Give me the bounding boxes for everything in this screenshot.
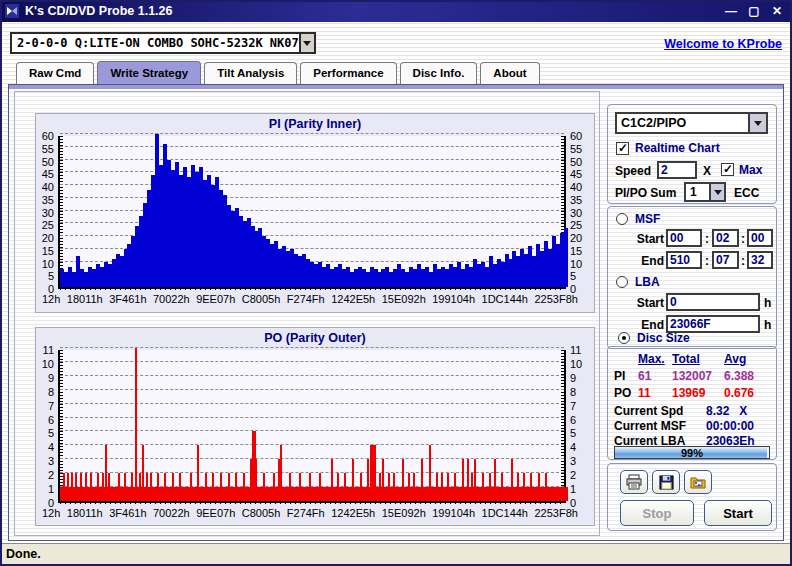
msf-end-sec-input[interactable]: 07 (712, 251, 739, 269)
tab-performance[interactable]: Performance (300, 62, 396, 84)
pi-chart-title: PI (Parity Inner) (36, 117, 594, 131)
pipo-sum-combobox[interactable]: 1 (684, 182, 726, 202)
pi-max-value: 61 (638, 369, 651, 383)
msf-start-frame-input[interactable]: 00 (747, 229, 773, 247)
y-tick-label: 5 (48, 271, 54, 281)
po-bar (309, 473, 311, 501)
po-bar (402, 459, 404, 501)
po-bar (205, 473, 207, 501)
po-bar (197, 445, 199, 501)
tab-write-strategy[interactable]: Write Strategy (97, 61, 201, 84)
po-bar (360, 473, 362, 501)
app-window: K's CD/DVD Probe 1.1.26 — ▢ ✕ 2-0-0-0 Q:… (0, 0, 792, 566)
speed-input[interactable]: 2 (657, 161, 697, 179)
current-msf-label: Current MSF (614, 419, 686, 433)
y-tick-label: 10 (570, 359, 582, 369)
disc-size-label: Disc Size (637, 331, 690, 345)
current-spd-value: 8.32 X (706, 404, 747, 418)
po-avg-value: 0.676 (724, 386, 754, 400)
y-tick-label: 6 (48, 415, 54, 425)
y-tick-label: 10 (42, 259, 54, 269)
save-image-button[interactable] (684, 470, 712, 494)
stats-header-max: Max. (638, 352, 665, 366)
x-tick-label: 199104h (432, 507, 475, 519)
y-tick-label: 11 (43, 345, 54, 355)
po-bar (494, 459, 496, 501)
mode-combobox[interactable]: C1C2/PIPO (615, 112, 768, 134)
y-tick-label: 35 (570, 195, 582, 205)
start-button[interactable]: Start (704, 500, 772, 526)
po-chart: PO (Parity Outer) 01234567891011 0123456… (35, 327, 595, 526)
y-tick-label: 25 (570, 220, 582, 230)
po-bar (545, 473, 547, 501)
y-tick-label: 30 (42, 208, 54, 218)
drive-select-combobox[interactable]: 2-0-0-0 Q:LITE-ON COMBO SOHC-5232K NK07 (10, 32, 316, 54)
current-msf-value: 00:00:00 (706, 419, 754, 433)
msf-end-min-input[interactable]: 510 (666, 251, 702, 269)
x-tick-label: 1DC144h (482, 507, 528, 519)
realtime-chart-checkbox[interactable] (616, 142, 629, 155)
welcome-link[interactable]: Welcome to KProbe (664, 37, 782, 51)
minimize-button[interactable]: — (724, 4, 738, 18)
chevron-down-icon (714, 190, 722, 195)
po-bar (118, 473, 120, 501)
po-bar (228, 473, 230, 501)
stop-button[interactable]: Stop (620, 500, 694, 526)
pipo-sum-dropdown-button[interactable] (709, 184, 724, 200)
x-tick-label: 70022h (153, 507, 190, 519)
y-tick-label: 2 (48, 470, 54, 480)
speed-unit-label: X (703, 164, 711, 178)
msf-radio[interactable] (616, 213, 628, 225)
max-speed-checkbox[interactable] (721, 163, 734, 176)
pi-row-label: PI (614, 369, 625, 383)
max-speed-label: Max (739, 163, 762, 177)
lba-radio[interactable] (616, 276, 628, 288)
progress-bar-text: 99% (615, 447, 769, 459)
y-tick-label: 40 (42, 182, 54, 192)
tab-raw-cmd[interactable]: Raw Cmd (16, 62, 94, 84)
print-button[interactable] (620, 470, 648, 494)
chevron-down-icon (303, 41, 311, 46)
realtime-chart-label: Realtime Chart (635, 141, 720, 155)
mode-combobox-value: C1C2/PIPO (617, 116, 748, 130)
lba-start-unit: h (764, 296, 771, 310)
po-bar (97, 473, 99, 501)
po-bar (538, 473, 540, 501)
tab-tilt-analysis[interactable]: Tilt Analysis (204, 62, 297, 84)
msf-end-frame-input[interactable]: 32 (747, 251, 773, 269)
y-tick-label: 5 (570, 428, 576, 438)
po-plot-area (58, 350, 566, 503)
pi-y-axis-right: 051015202530354045505560 (570, 136, 594, 289)
po-chart-title: PO (Parity Outer) (36, 331, 594, 345)
app-icon (5, 4, 19, 18)
po-bar (344, 473, 346, 501)
po-y-axis-left: 01234567891011 (36, 350, 56, 503)
msf-start-min-input[interactable]: 00 (666, 229, 702, 247)
po-bar (212, 473, 214, 501)
x-tick-label: 15E092h (382, 293, 426, 305)
drive-select-dropdown-button[interactable] (299, 34, 314, 52)
po-bar (511, 459, 513, 501)
speed-label: Speed (615, 164, 651, 178)
tab-strip: Raw Cmd Write Strategy Tilt Analysis Per… (16, 62, 543, 84)
po-bar (146, 473, 148, 501)
title-bar: K's CD/DVD Probe 1.1.26 — ▢ ✕ (0, 0, 792, 22)
po-bar (352, 459, 354, 501)
lba-label: LBA (635, 275, 660, 289)
save-button[interactable] (652, 470, 680, 494)
disc-size-radio[interactable] (618, 332, 630, 344)
msf-start-sec-input[interactable]: 02 (712, 229, 739, 247)
capture-settings-group: C1C2/PIPO Realtime Chart Speed 2 X Max P… (607, 104, 777, 204)
msf-sep: : (741, 232, 745, 246)
po-bar (501, 473, 503, 501)
po-bar (179, 473, 181, 501)
tab-about[interactable]: About (480, 62, 539, 84)
close-button[interactable]: ✕ (770, 4, 784, 18)
mode-combobox-dropdown-button[interactable] (748, 114, 766, 132)
x-tick-label: 18011h (67, 293, 103, 305)
tab-disc-info[interactable]: Disc Info. (400, 62, 478, 84)
lba-start-input[interactable]: 0 (666, 293, 760, 311)
po-bar (441, 473, 443, 501)
po-bar (75, 473, 77, 501)
maximize-button[interactable]: ▢ (747, 4, 761, 18)
